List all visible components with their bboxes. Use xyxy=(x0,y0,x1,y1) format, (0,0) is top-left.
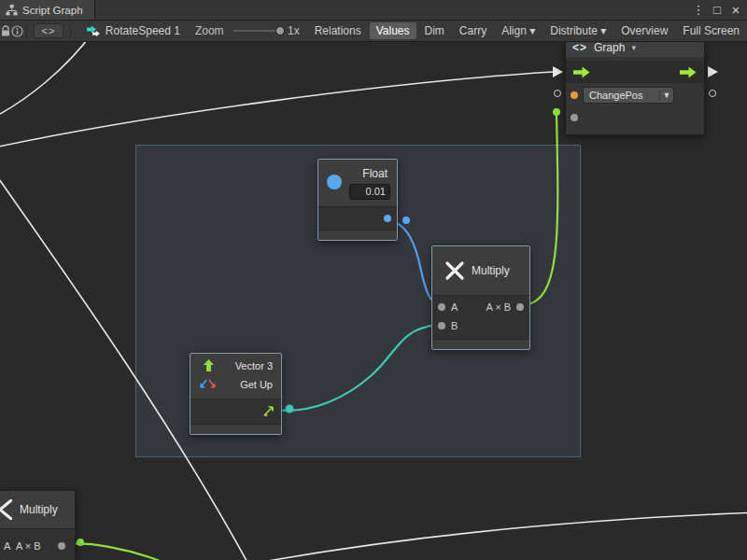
relations-button[interactable]: Relations xyxy=(308,22,368,39)
changepos-dropdown[interactable]: ChangePos ▼ xyxy=(583,87,674,104)
dropdown-caret-icon: ▼ xyxy=(659,91,673,100)
vector3-output-port-icon[interactable] xyxy=(262,405,275,417)
partial-multiply-title: Multiply xyxy=(20,503,58,516)
full-screen-button[interactable]: Full Screen xyxy=(676,22,746,39)
distribute-button[interactable]: Distribute ▾ xyxy=(543,22,613,39)
tab-script-graph[interactable]: Script Graph xyxy=(0,0,95,20)
float-title: Float xyxy=(362,167,388,180)
multiply-input-b-port[interactable] xyxy=(438,322,445,329)
lock-icon[interactable] xyxy=(0,21,11,41)
port-label-out: A × B xyxy=(486,301,511,313)
value-port-circle-left[interactable] xyxy=(554,90,561,97)
window-close-button[interactable]: × xyxy=(728,0,743,20)
multiply-output-port[interactable] xyxy=(516,303,524,311)
zoom-slider[interactable] xyxy=(233,25,281,36)
flow-in-arrow-icon[interactable] xyxy=(573,66,590,78)
dim-button[interactable]: Dim xyxy=(418,22,451,39)
window-restore-button[interactable]: □ xyxy=(710,0,725,20)
values-button[interactable]: Values xyxy=(370,22,416,39)
overview-button[interactable]: Overview xyxy=(614,22,674,39)
float-icon xyxy=(327,175,342,189)
toolbar-buttons: Relations Values Dim Carry Align ▾ Distr… xyxy=(307,21,747,41)
breadcrumb-label: RotateSpeed 1 xyxy=(106,24,180,37)
multiply-title: Multiply xyxy=(472,264,510,277)
graph-node-panel[interactable]: <> Graph ▾ ChangePos ▼ xyxy=(565,37,705,135)
info-icon[interactable] xyxy=(11,21,23,41)
value-port-circle-right[interactable] xyxy=(709,90,716,97)
code-view-button[interactable]: <> xyxy=(34,23,64,38)
port-label-a: A xyxy=(451,301,458,313)
changepos-row: ChangePos ▼ xyxy=(566,87,704,111)
vector3-up-arrow-icon xyxy=(203,359,215,372)
multiply-x-icon xyxy=(444,260,465,281)
flow-input-arrow[interactable] xyxy=(553,66,563,77)
node-multiply-partial[interactable]: Multiply A A × B xyxy=(0,490,76,560)
flow-out-arrow-icon[interactable] xyxy=(680,66,697,78)
changepos-port[interactable] xyxy=(571,91,578,99)
code-icon: <> xyxy=(572,41,587,54)
script-graph-window: <> Graph ▾ ChangePos ▼ Float xyxy=(0,0,747,560)
multiply-x-icon-partial xyxy=(0,499,12,520)
port-label-b: B xyxy=(451,320,458,331)
window-controls: ⋮ □ × xyxy=(691,0,747,20)
zoom-slider-handle[interactable] xyxy=(275,26,285,35)
gray-port[interactable] xyxy=(571,114,578,121)
node-get-up[interactable]: Vector 3 Get Up xyxy=(190,353,282,435)
toolbar-separator xyxy=(70,23,71,38)
flow-row xyxy=(566,61,704,83)
multiply-input-a-port[interactable] xyxy=(438,303,445,311)
transform-axes-icon xyxy=(199,379,218,390)
zoom-slider-track[interactable] xyxy=(233,30,281,32)
window-menu-button[interactable]: ⋮ xyxy=(691,0,706,20)
partial-port-label-out: A × B xyxy=(16,540,41,552)
node-float[interactable]: Float 0.01 xyxy=(317,159,398,241)
vector3-title: Vector 3 xyxy=(235,360,273,371)
partial-port-label-a: A xyxy=(4,540,10,552)
zoom-label: Zoom xyxy=(195,24,224,37)
window-titlebar: Script Graph ⋮ □ × xyxy=(0,0,747,21)
zoom-value: 1x xyxy=(288,24,300,37)
graph-caret-icon: ▾ xyxy=(631,43,636,52)
tab-title: Script Graph xyxy=(22,5,83,16)
float-output-port[interactable] xyxy=(384,215,391,222)
carry-button[interactable]: Carry xyxy=(453,22,493,39)
extra-port-row xyxy=(566,111,704,130)
graph-asset-icon xyxy=(87,25,101,37)
node-multiply[interactable]: Multiply A A × B B xyxy=(431,245,530,350)
toolbar-separator xyxy=(26,23,27,38)
partial-multiply-output-port[interactable] xyxy=(58,542,65,550)
align-button[interactable]: Align ▾ xyxy=(495,22,542,39)
flow-output-arrow[interactable] xyxy=(708,66,718,77)
toolbar: <> RotateSpeed 1 Zoom 1x Relations Value… xyxy=(0,21,747,42)
graph-title: Graph xyxy=(594,41,625,54)
script-graph-icon xyxy=(6,5,18,16)
getup-subtitle: Get Up xyxy=(240,379,273,390)
changepos-value: ChangePos xyxy=(584,90,659,101)
breadcrumb[interactable]: RotateSpeed 1 xyxy=(87,24,180,37)
float-value-field[interactable]: 0.01 xyxy=(349,184,390,200)
